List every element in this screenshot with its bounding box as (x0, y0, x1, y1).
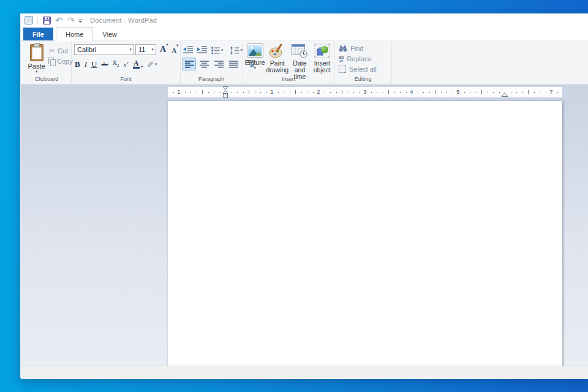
bullets-dropdown-arrow[interactable]: ▾ (221, 48, 224, 52)
ruler-tick (493, 92, 494, 93)
ruler-tick (220, 92, 221, 93)
wordpad-app-icon[interactable] (24, 15, 34, 25)
ruler-tick (441, 92, 442, 93)
left-indent-marker[interactable] (223, 86, 228, 98)
font-group-label: Font (72, 76, 180, 82)
increase-indent-icon (197, 45, 208, 53)
subscript-button[interactable]: X2 (112, 58, 119, 70)
binoculars-icon (339, 45, 347, 52)
font-family-combo[interactable]: Calibri ▾ (74, 44, 134, 55)
ruler-tick (557, 92, 558, 93)
insert-object-button[interactable]: Insertobject (311, 42, 333, 80)
font-size-dropdown-arrow[interactable]: ▾ (149, 48, 156, 51)
cut-button[interactable]: ✂ Cut (49, 47, 68, 55)
ribbon: Paste ▾ ✂ Cut Copy Clipboard Calibri (21, 41, 588, 85)
grow-font-button[interactable]: A▴ (160, 45, 168, 55)
ruler-tick (301, 92, 302, 93)
copy-button[interactable]: Copy (48, 58, 73, 65)
qat-separator-2 (86, 17, 86, 24)
wordpad-window: ↶ ↷ Document - WordPad File Home View (20, 13, 588, 378)
picture-icon (247, 43, 263, 58)
redo-button[interactable]: ↷ (66, 15, 76, 25)
ruler-tick (197, 92, 197, 93)
ruler-tick (418, 92, 418, 93)
select-all-button[interactable]: Select all (339, 66, 377, 73)
ruler-tick (377, 92, 377, 93)
bullets-button[interactable]: ▾ (211, 47, 224, 55)
font-color-dropdown-arrow[interactable]: ▾ (141, 65, 143, 69)
align-right-button[interactable] (212, 58, 225, 70)
font-size-value: 11 (138, 46, 145, 53)
decrease-indent-button[interactable] (183, 45, 194, 56)
ruler-number: 5 (456, 88, 459, 95)
ruler-number: 4 (410, 88, 413, 95)
customize-qat-bar (78, 20, 82, 20)
text-highlight-button[interactable]: ✐ ▾ (147, 60, 157, 69)
replace-icon: ab ⇄ (339, 56, 344, 62)
paint-label-line2: drawing (266, 66, 288, 74)
font-size-combo[interactable]: 11 ▾ (135, 44, 156, 55)
paste-clipboard-icon (30, 44, 43, 61)
paste-button[interactable]: Paste ▾ (25, 43, 48, 78)
underline-button[interactable]: U (91, 59, 97, 69)
save-button[interactable] (42, 15, 51, 25)
ruler-tick (342, 90, 342, 94)
line-spacing-button[interactable]: ▾ (230, 47, 243, 55)
select-all-icon (339, 66, 346, 73)
highlight-dropdown-arrow[interactable]: ▾ (155, 62, 157, 66)
align-center-icon (200, 61, 209, 68)
paragraph-group-label: Paragraph (180, 76, 243, 82)
strikethrough-button[interactable]: abc (101, 59, 108, 69)
date-time-button[interactable]: Date andtime (288, 42, 311, 80)
ruler-tick (278, 92, 279, 93)
ruler-tick (260, 92, 261, 93)
ribbon-tabstrip: File Home View (21, 27, 588, 41)
shrink-font-button[interactable]: A▾ (172, 46, 178, 54)
bold-button[interactable]: B (75, 59, 80, 69)
font-color-icon: A (133, 60, 140, 69)
paste-dropdown-arrow: ▾ (36, 70, 38, 74)
ruler-number: 3 (363, 88, 366, 95)
ruler-tick (237, 92, 238, 93)
italic-button[interactable]: I (85, 59, 87, 69)
document-page[interactable] (168, 101, 562, 366)
ruler-tick (423, 92, 424, 93)
replace-button[interactable]: ab ⇄ Replace (339, 55, 372, 62)
find-button[interactable]: Find (339, 45, 363, 52)
font-family-value: Calibri (77, 46, 96, 53)
chevron-down-icon (78, 21, 82, 23)
increase-indent-button[interactable] (197, 45, 208, 56)
ruler-tick (481, 90, 482, 94)
customize-qat-button[interactable] (78, 18, 82, 23)
ruler[interactable]: 1123457 (168, 87, 562, 97)
align-left-button[interactable] (183, 58, 196, 70)
superscript-button[interactable]: x2 (123, 58, 129, 70)
datetime-label-line1: Date and (293, 59, 306, 74)
ruler-tick (516, 92, 517, 93)
picture-button[interactable]: Picture ▾ (244, 42, 266, 80)
justify-button[interactable] (227, 58, 240, 70)
copy-icon (48, 58, 55, 65)
tab-view[interactable]: View (93, 28, 126, 40)
group-clipboard: Paste ▾ ✂ Cut Copy Clipboard (22, 41, 72, 84)
ruler-tick (394, 92, 395, 93)
undo-button[interactable]: ↶ (54, 15, 64, 25)
font-family-dropdown-arrow[interactable]: ▾ (127, 48, 134, 51)
paint-drawing-button[interactable]: Paintdrawing (266, 42, 288, 80)
justify-icon (229, 61, 238, 68)
ruler-tick (173, 92, 174, 93)
tab-home[interactable]: Home (56, 27, 93, 41)
ruler-tick (453, 92, 453, 93)
ruler-tick (336, 92, 337, 93)
ruler-tick (464, 92, 465, 93)
ruler-number: 1 (177, 88, 180, 95)
right-indent-marker[interactable] (502, 92, 508, 97)
scissors-icon: ✂ (49, 47, 55, 55)
ruler-tick (249, 90, 249, 94)
font-color-button[interactable]: A ▾ (133, 60, 143, 69)
picture-dropdown-arrow[interactable]: ▾ (254, 66, 256, 70)
ruler-tick (522, 92, 523, 93)
ruler-tick (214, 92, 214, 93)
align-center-button[interactable] (197, 58, 211, 70)
tab-file[interactable]: File (23, 28, 53, 40)
